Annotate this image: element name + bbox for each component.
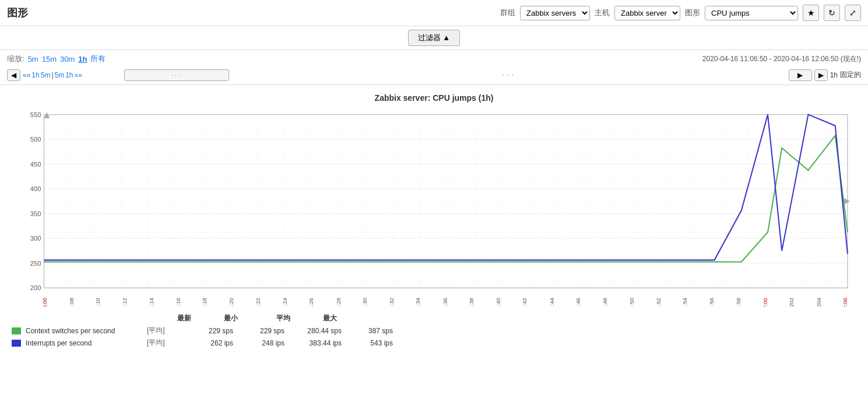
refresh-button[interactable]: ↻ [824, 5, 840, 21]
filter-button[interactable]: 过滤器 ▲ [408, 30, 460, 46]
svg-text:400: 400 [30, 185, 41, 192]
legend-name-0: Context switches per second [26, 327, 142, 335]
legend-type-0: [平均] [147, 326, 182, 336]
svg-text:300: 300 [30, 235, 41, 242]
svg-text:11:30: 11:30 [362, 298, 368, 306]
legend-header-latest: 最新 [145, 313, 191, 323]
svg-text:12:00: 12:00 [762, 298, 768, 306]
svg-text:11:42: 11:42 [522, 298, 528, 306]
svg-text:11:18: 11:18 [202, 298, 208, 306]
svg-text:200: 200 [30, 284, 41, 291]
legend-header-min: 最小 [191, 313, 238, 323]
svg-text:11:38: 11:38 [469, 298, 475, 306]
group-label: 群组 [500, 8, 515, 18]
legend-row-1: Interrupts per second [平均] 262 ips 248 i… [12, 338, 856, 348]
chart-section: Zabbix server: CPU jumps (1h) 550 5 [0, 87, 868, 306]
svg-text:11:20: 11:20 [229, 298, 235, 306]
filter-bar: 过滤器 ▲ [0, 26, 868, 50]
chart-container: 550 500 450 400 350 300 250 200 [12, 108, 856, 306]
nav-prev-1h[interactable]: 1h [31, 71, 39, 79]
svg-text:11:36: 11:36 [442, 298, 448, 306]
chart-title: Zabbix server: CPU jumps (1h) [12, 93, 856, 103]
svg-text:04-16 11:06: 04-16 11:06 [43, 305, 48, 306]
svg-text:350: 350 [30, 210, 41, 217]
star-button[interactable]: ★ [803, 5, 819, 21]
svg-text:11:58: 11:58 [736, 298, 742, 306]
svg-text:11:32: 11:32 [389, 298, 395, 306]
legend-max-1: 543 ips [346, 339, 393, 347]
legend-row-0: Context switches per second [平均] 229 sps… [12, 326, 856, 336]
nav-center-dots: ··· [231, 69, 786, 81]
svg-text:11:52: 11:52 [656, 298, 662, 306]
nav-next-all[interactable]: »» [75, 71, 82, 79]
svg-text:1204: 1204 [816, 298, 822, 306]
svg-text:550: 550 [30, 111, 41, 118]
legend-min-0: 229 sps [238, 327, 284, 335]
nav-bar: ◀ «« 1h 5m | 5m 1h »» ··· ··· ▶ ▶ 1h 固定的 [0, 68, 868, 82]
svg-text:04-16 12:06: 04-16 12:06 [842, 298, 848, 306]
svg-text:11:34: 11:34 [416, 298, 421, 306]
legend-color-0 [12, 327, 21, 334]
svg-text:450: 450 [30, 161, 41, 168]
host-label: 主机 [595, 8, 610, 18]
nav-next-1h[interactable]: 1h [65, 71, 73, 79]
legend-avg-1: 383.44 ips [289, 339, 342, 347]
zoom-5m[interactable]: 5m [28, 55, 38, 64]
legend-header-max: 最大 [290, 313, 337, 323]
legend-header-row: 最新 最小 平均 最大 [12, 313, 856, 323]
time-range: 2020-04-16 11:06:50 - 2020-04-16 12:06:5… [702, 54, 861, 64]
group-select[interactable]: Zabbix servers [520, 6, 590, 20]
nav-right-btn[interactable]: ▶ [814, 69, 828, 81]
legend-color-1 [12, 340, 21, 347]
nav-dots-next[interactable]: ▶ [789, 69, 812, 81]
svg-text:11:22: 11:22 [255, 298, 261, 306]
zoom-label: 缩放: [7, 54, 24, 64]
fixed-text: 固定的 [840, 70, 861, 80]
legend-name-1: Interrupts per second [26, 339, 142, 347]
top-bar: 图形 群组 Zabbix servers 主机 Zabbix server 图形… [0, 0, 868, 26]
nav-prev-all[interactable]: «« [23, 71, 30, 79]
nav-prev-5m[interactable]: 5m [41, 71, 51, 79]
legend-avg-0: 280.44 sps [289, 327, 342, 335]
svg-text:1202: 1202 [789, 298, 795, 306]
graph-label: 图形 [685, 8, 700, 18]
svg-text:11:56: 11:56 [709, 298, 715, 306]
svg-text:11:54: 11:54 [682, 298, 688, 306]
zoom-all[interactable]: 所有 [90, 54, 106, 64]
nav-time-links-left: «« 1h 5m | 5m 1h »» [23, 71, 122, 79]
zoom-15m[interactable]: 15m [42, 55, 57, 64]
legend-max-0: 387 sps [346, 327, 393, 335]
chart-svg: 550 500 450 400 350 300 250 200 [12, 108, 856, 306]
prev-button[interactable]: ◀ [7, 69, 20, 81]
svg-text:11:10: 11:10 [95, 298, 101, 306]
legend-latest-1: 262 ips [187, 339, 233, 347]
zoom-30m[interactable]: 30m [60, 55, 75, 64]
svg-text:11:48: 11:48 [603, 298, 609, 306]
legend: 最新 最小 平均 最大 Context switches per second … [0, 306, 868, 354]
page-title: 图形 [7, 6, 28, 20]
nav-dots-prev[interactable]: ··· [124, 69, 229, 81]
zoom-1h[interactable]: 1h [78, 55, 87, 64]
svg-text:11:28: 11:28 [336, 298, 342, 306]
fullscreen-button[interactable]: ⤢ [845, 5, 861, 21]
fixed-label: 1h 固定的 [830, 70, 861, 80]
host-select[interactable]: Zabbix server [614, 6, 680, 20]
header-controls: 群组 Zabbix servers 主机 Zabbix server 图形 CP… [500, 5, 861, 21]
graph-select[interactable]: CPU jumps [705, 6, 798, 20]
legend-latest-0: 229 sps [187, 327, 233, 335]
legend-type-1: [平均] [147, 338, 182, 348]
svg-text:11:50: 11:50 [629, 298, 635, 306]
svg-text:11:24: 11:24 [282, 298, 288, 306]
fixed-time: 1h [830, 71, 838, 79]
zoom-bar: 缩放: 5m 15m 30m 1h 所有 2020-04-16 11:06:50… [0, 50, 868, 68]
svg-text:11:46: 11:46 [575, 298, 581, 306]
nav-divider: | [51, 71, 53, 79]
zoom-left: 缩放: 5m 15m 30m 1h 所有 [7, 54, 106, 64]
svg-text:250: 250 [30, 260, 41, 267]
nav-next-5m[interactable]: 5m [55, 71, 65, 79]
svg-text:11:44: 11:44 [549, 298, 555, 306]
svg-text:11:14: 11:14 [149, 298, 154, 306]
svg-text:11:40: 11:40 [496, 298, 501, 306]
legend-min-1: 248 ips [238, 339, 284, 347]
legend-header-avg: 平均 [238, 313, 290, 323]
